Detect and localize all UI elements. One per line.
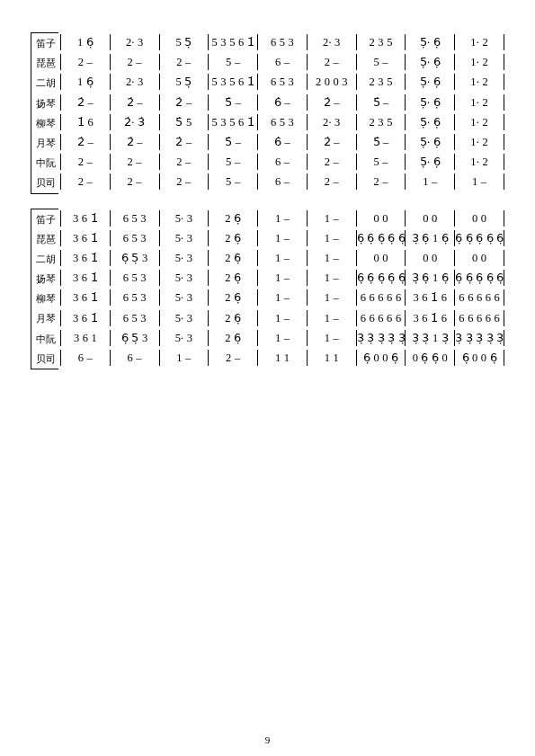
staff-row: 2 –2 –2 –5 –6 –2 –2 –1 –1 – [60,172,504,191]
measure-cell: 2 6̣ [209,250,258,266]
measure-cell: 1 1 [258,350,308,366]
measure-cell: 2 3 590 [357,34,406,50]
measure-cell: 1 – [258,250,308,266]
instrument-label: 柳琴 [31,289,58,308]
measure-cell: 1 – [308,289,357,306]
measure-cell: 5̣· 6̣ [406,94,455,111]
measure-cell: 3 6 1̇ [60,230,111,246]
measure-cell: 1· 2 [455,94,504,111]
measure-cell: 1 – [308,210,357,227]
measure-cell: 1 – [308,230,357,246]
measure-cell: 6̣ 0 0 6̣ [357,350,406,366]
instrument-label: 月琴 [31,308,58,328]
measure-cell: 2 – [209,350,258,366]
measure-cell: 1 – [308,310,357,326]
measure-cell: 1 – [308,330,357,346]
measure-cell: 6 – [258,173,308,190]
measure-cell: 3̣ 3̣ 3̣ 3̣ 3̣ [357,330,406,346]
staff-row: 3 6 1̇6 5 35· 32 6̣1 –1 –6 6 6 6 63 6 1̇… [60,307,504,327]
measure-cell: 5̣· 6̣ [406,34,455,50]
measure-cell: 1 – [258,289,308,306]
measure-cell: 3̣ 6̣ 1 6̣ [406,270,455,286]
staff-row: 2̇ –2̇ –2̇ –5̇ –6̇ –2̇ –5̇ –5̣· 6̣1· 2 [60,93,504,112]
measure-cell: 1 – [308,270,357,286]
instrument-label: 二胡 [31,73,58,93]
measure-cell: 6 5 3 [258,114,308,130]
staff-row: 3 6 1̇6 5 35· 32 6̣1 –1 –6̣ 6̣ 6̣ 6̣ 6̣3… [60,268,504,288]
measure-cell: 2 – [111,173,160,190]
measure-cell: 6̣ 6̣ 6̣ 6̣ 6̣ [357,270,406,286]
measure-cell: 1 – [258,310,308,326]
instrument-label: 琵琶 [31,53,58,73]
measure-cell: 5 3 5 6 1̇ [209,114,258,130]
measure-cell: 1̇ 6 [60,114,111,130]
measure-cell: 2· 3 [111,74,160,90]
measure-cell: 3 6 1̇ [60,310,111,326]
staff-row: 6 –6 –1 –2 –1 11 16̣ 0 0 6̣0 6̣ 6̣ 06̣ 0… [60,348,504,368]
measure-cell: 1 6̣ [60,34,111,50]
measure-cell: 6̇ – [258,94,308,111]
instrument-label: 琵琶 [31,229,58,249]
measure-cell: 2̇ – [111,134,160,150]
measure-cell: 6 6 6 6 6 [455,289,504,306]
measure-cell: 5̇ – [209,134,258,150]
measure-cell: 0 0 [406,250,455,266]
measure-cell: 2 – [111,54,160,70]
measure-cell: 5̣· 6̣ [406,114,455,130]
measure-cell: 5 – [209,54,258,70]
measure-cell: 1 – [406,173,455,190]
measure-cell: 2 3 5 [357,74,406,90]
measure-cell: 6̣ 5̣ 3 [111,250,160,266]
measure-cell: 0 0 [455,210,504,227]
measure-cell: 2 – [60,154,111,170]
instrument-label: 贝司 [31,173,58,192]
measure-cell: 6 – [258,54,308,70]
measure-cell: 5 – [357,154,406,170]
measure-cell: 1· 2 [455,74,504,90]
measure-cell: 1 – [258,230,308,246]
measure-cell: 5 3 5 6 1̇ [209,74,258,90]
measure-cell: 5· 3 [160,230,210,246]
instrument-label: 扬琴 [31,269,58,289]
staff-row: 2 –2 –2 –5 –6 –2 –5 –5̣· 6̣1· 2 [60,152,504,172]
measure-cell: 6 5 3 [111,310,160,326]
measure-cell: 6̣ 6̣ 6̣ 6̣ 6̣ [455,230,504,246]
measure-cell: 6 – [258,154,308,170]
staff-row: 2 –2 –2 –5 –6 –2 –5 –5̣· 6̣1· 2 [60,52,504,72]
measure-cell: 6 6 6 6 6 [455,310,504,326]
measure-cell: 5 – [357,54,406,70]
measure-cell: 6 5 3 [111,230,160,246]
measure-cell: 3 6 1̇ 6 [406,289,455,306]
rehearsal-mark: 85 [112,34,121,39]
measure-cell: 6̣ 5̣ 3 [111,330,160,346]
measure-cell: 6 5 3 [111,289,160,306]
measure-cell: 2· 385 [111,34,160,50]
staff-row: 1 6̣2· 3855 5̣5 3 5 6 1̇6 5 32· 32 3 590… [60,32,504,52]
measure-cell: 6̣ 6̣ 6̣ 6̣ 6̣ [357,230,406,246]
system: 笛子琵琶二胡扬琴柳琴月琴中阮贝司3 6 1̇6 5 35· 3952 6̣1 –… [31,209,504,370]
measure-grid: 1 6̣2· 3855 5̣5 3 5 6 1̇6 5 32· 32 3 590… [60,32,504,194]
measure-cell: 2̇ – [111,94,160,111]
measure-cell: 5̇ – [357,94,406,111]
measure-cell: 3 6 1̇ [60,289,111,306]
measure-cell: 2· 3 [308,114,357,130]
measure-cell: 1· 2 [455,134,504,150]
measure-cell: 5 5̣ [160,74,210,90]
staff-row: 3 6 1̇6 5 35· 32 6̣1 –1 –6 6 6 6 63 6 1̇… [60,288,504,307]
staff-row: 1 6̣2· 35 5̣5 3 5 6 1̇6 5 32 0 0 32 3 55… [60,72,504,92]
measure-cell: 6 6 6 6 6 [357,289,406,306]
instrument-label: 柳琴 [31,113,58,133]
measure-cell: 0 0 [455,250,504,266]
measure-cell: 5· 3 [160,330,210,346]
measure-cell: 5̣· 6̣ [406,134,455,150]
instrument-label: 中阮 [31,329,58,349]
measure-cell: 3 6 1 [60,330,111,346]
measure-cell: 0 0100 [406,210,455,227]
measure-cell: 2 6̣ [209,310,258,326]
staff-row: 1̇ 62̇· 3̇5̇ 55 3 5 6 1̇6 5 32· 32 3 55̣… [60,112,504,132]
measure-cell: 2̇ – [308,94,357,111]
system: 笛子琵琶二胡扬琴柳琴月琴中阮贝司1 6̣2· 3855 5̣5 3 5 6 1̇… [31,32,504,194]
measure-cell: 2̇ – [160,134,210,150]
measure-cell: 5· 3 [160,289,210,306]
measure-cell: 2 – [111,154,160,170]
